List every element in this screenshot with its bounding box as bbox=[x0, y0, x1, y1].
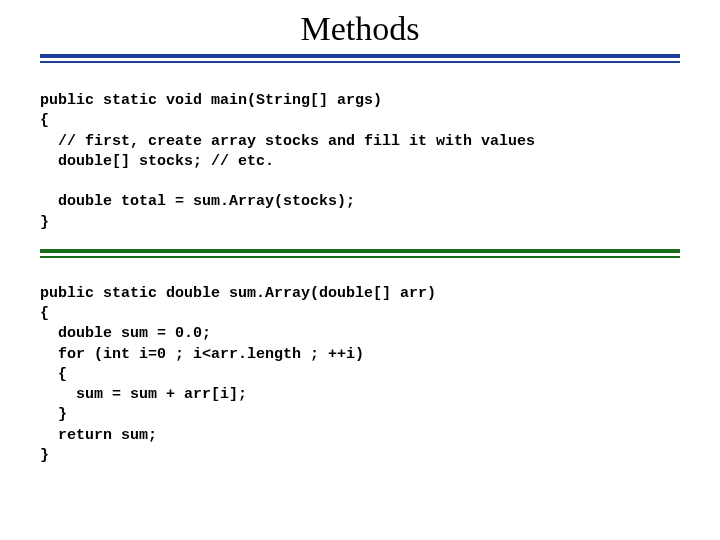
slide-title: Methods bbox=[40, 10, 680, 48]
title-rule-thin bbox=[40, 61, 680, 63]
code-block-main: public static void main(String[] args) {… bbox=[40, 91, 680, 233]
title-rule-thick bbox=[40, 54, 680, 58]
slide: Methods public static void main(String[]… bbox=[0, 0, 720, 540]
divider-rule-thick bbox=[40, 249, 680, 253]
divider-rule-thin bbox=[40, 256, 680, 258]
code-block-sumarray: public static double sum.Array(double[] … bbox=[40, 284, 680, 466]
